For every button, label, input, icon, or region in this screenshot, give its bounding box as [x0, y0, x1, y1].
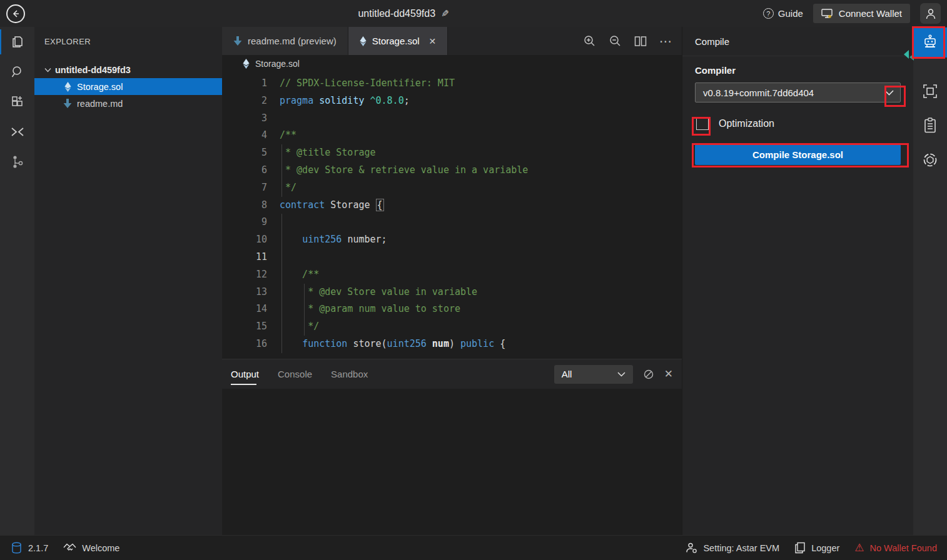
code-line-6[interactable]: 6 * @dev Store & retrieve value in a var… [222, 162, 682, 179]
activity-source-control-button[interactable] [0, 147, 34, 177]
breadcrumb[interactable]: Storage.sol [222, 55, 682, 72]
code-line-11[interactable]: 11 [222, 249, 682, 266]
line-content: function store(uint256 num) public { [280, 336, 682, 353]
close-panel-button[interactable]: ✕ [664, 368, 673, 381]
wallet-warning[interactable]: ⚠ No Wallet Found [854, 542, 937, 553]
split-editor-button[interactable] [634, 36, 647, 47]
activity-search-button[interactable] [0, 57, 34, 87]
indent-guide [281, 249, 282, 266]
code-line-13[interactable]: 13 * @dev Store value in variable [222, 284, 682, 301]
guide-button[interactable]: ? Guide [763, 8, 803, 19]
left-activity-bar [0, 27, 34, 535]
ethereum-icon [63, 82, 72, 92]
network-setting-button[interactable]: Setting: Astar EVM [686, 542, 779, 554]
activity-collapse-button[interactable] [0, 117, 34, 147]
close-tab-icon[interactable]: ✕ [429, 36, 437, 46]
openai-tab-button[interactable] [913, 142, 947, 177]
welcome-button[interactable]: Welcome [63, 542, 119, 553]
editor-toolbar: ⋯ [583, 27, 673, 55]
indent-guide [281, 284, 282, 301]
user-avatar-button[interactable] [920, 3, 941, 24]
output-content [222, 389, 682, 535]
line-content: pragma solidity ^0.8.0; [280, 92, 682, 110]
file-row-storage-sol[interactable]: Storage.sol [34, 78, 222, 95]
split-editor-icon [634, 36, 647, 47]
bottom-panel-actions: All ✕ [554, 365, 673, 384]
code-line-12[interactable]: 12 /** [222, 266, 682, 284]
ide-version[interactable]: 2.1.7 [28, 543, 48, 553]
line-number: 16 [222, 336, 267, 353]
code-area[interactable]: 1// SPDX-License-Identifier: MIT2pragma … [222, 72, 682, 359]
back-button[interactable] [6, 4, 25, 23]
compiler-version-select[interactable]: v0.8.19+commit.7dd6d404 [695, 82, 901, 102]
clipboard-tab-button[interactable] [913, 108, 947, 142]
code-line-4[interactable]: 4/** [222, 127, 682, 144]
editor-column: readme.md (preview) Storage.sol ✕ [222, 27, 682, 535]
connect-wallet-button[interactable]: Connect Wallet [813, 4, 910, 23]
code-line-14[interactable]: 14 * @param num value to store [222, 301, 682, 318]
code-line-10[interactable]: 10 uint256 number; [222, 231, 682, 249]
more-actions-button[interactable]: ⋯ [659, 34, 673, 49]
zoom-out-icon [609, 34, 622, 48]
zoom-out-button[interactable] [609, 34, 622, 48]
top-bar: untitled-dd459fd3 ✎ ? Guide Connect Wall… [0, 0, 947, 27]
line-content: /** [280, 266, 682, 284]
indent-guide [281, 266, 282, 284]
logger-label: Logger [811, 543, 839, 553]
zoom-in-button[interactable] [583, 34, 596, 48]
tab-storage-sol[interactable]: Storage.sol ✕ [348, 27, 448, 55]
activity-extensions-button[interactable] [0, 87, 34, 117]
status-right: Setting: Astar EVM Logger ⚠ No Wallet Fo… [686, 542, 937, 554]
indent-guide [281, 162, 282, 179]
tab-sandbox[interactable]: Sandbox [331, 359, 368, 389]
optimization-checkbox[interactable] [696, 118, 709, 130]
compile-button[interactable]: Compile Storage.sol [695, 144, 901, 165]
clear-output-icon [643, 369, 654, 380]
indent-guide [304, 301, 305, 318]
tab-output[interactable]: Output [231, 359, 259, 389]
welcome-label: Welcome [82, 543, 119, 553]
line-content [280, 214, 682, 231]
line-content: * @title Storage [280, 144, 682, 162]
collapse-panels-icon [9, 126, 26, 138]
optimization-row: Optimization [695, 118, 901, 130]
tab-label: Storage.sol [372, 36, 420, 46]
output-filter-select[interactable]: All [554, 365, 633, 384]
project-title-wrap: untitled-dd459fd3 ✎ [358, 8, 448, 19]
clipboard-icon [923, 118, 938, 134]
line-number: 11 [222, 249, 267, 266]
code-line-15[interactable]: 15 */ [222, 318, 682, 336]
code-line-5[interactable]: 5 * @title Storage [222, 144, 682, 162]
tab-console[interactable]: Console [278, 359, 312, 389]
topbar-actions: ? Guide Connect Wallet [763, 3, 941, 24]
tab-readme-preview[interactable]: readme.md (preview) [222, 27, 348, 55]
compile-tab-button[interactable] [913, 28, 947, 58]
wallet-monitor-icon [821, 9, 833, 19]
deploy-tab-button[interactable] [913, 74, 947, 108]
network-setting-label: Setting: Astar EVM [703, 543, 779, 553]
code-line-7[interactable]: 7 */ [222, 179, 682, 197]
activity-files-button[interactable] [0, 27, 34, 57]
code-line-9[interactable]: 9 [222, 214, 682, 231]
filter-value: All [562, 369, 572, 379]
zoom-in-icon [583, 34, 596, 48]
folder-row-untitled[interactable]: untitled-dd459fd3 [34, 61, 222, 78]
status-left: 2.1.7 Welcome [11, 542, 119, 554]
clear-output-button[interactable] [643, 369, 654, 380]
code-line-2[interactable]: 2pragma solidity ^0.8.0; [222, 92, 682, 110]
bottom-panel: Output Console Sandbox All ✕ [222, 359, 682, 535]
file-row-readme-md[interactable]: readme.md [34, 95, 222, 112]
file-name: readme.md [77, 99, 123, 109]
logger-button[interactable]: Logger [794, 542, 839, 554]
code-line-16[interactable]: 16 function store(uint256 num) public { [222, 336, 682, 353]
edit-pencil-icon[interactable]: ✎ [441, 8, 449, 19]
status-bar: 2.1.7 Welcome Setting: Astar EVM [0, 535, 947, 560]
line-content: */ [280, 318, 682, 336]
line-number: 13 [222, 284, 267, 301]
code-line-3[interactable]: 3 [222, 110, 682, 128]
code-line-8[interactable]: 8contract Storage { [222, 197, 682, 214]
code-line-1[interactable]: 1// SPDX-License-Identifier: MIT [222, 75, 682, 92]
chevron-down-icon[interactable] [884, 90, 894, 96]
right-activity-bar [913, 27, 947, 535]
line-number: 3 [222, 110, 267, 128]
